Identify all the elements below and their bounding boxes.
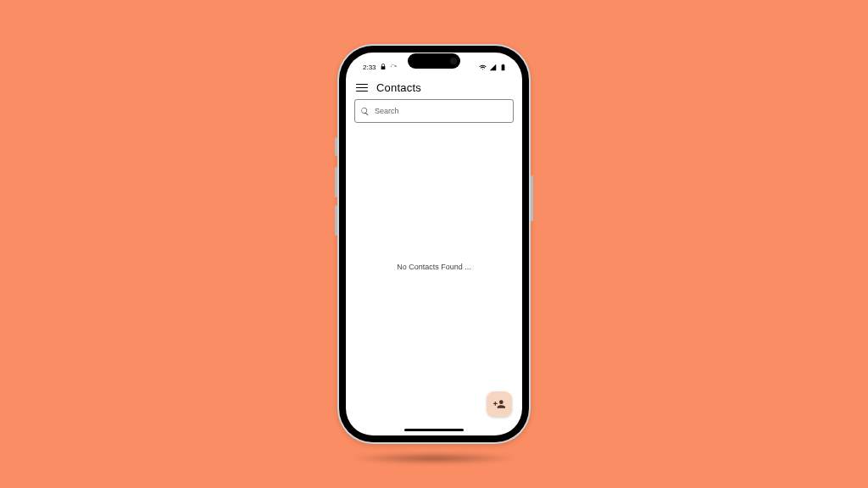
empty-state-text: No Contacts Found ...: [397, 263, 471, 271]
person-add-icon: [493, 398, 505, 410]
lock-icon: [380, 64, 387, 70]
app-screen: 2:33 Contacts: [346, 53, 522, 435]
phone-notch: [408, 53, 460, 69]
phone-volume-up: [335, 167, 337, 197]
search-container: [346, 99, 522, 123]
battery-icon: [499, 64, 507, 71]
status-right: [479, 64, 510, 71]
wifi-icon: [479, 64, 487, 71]
phone-side-button: [335, 137, 337, 156]
refresh-icon: [390, 64, 397, 70]
status-time: 2:33: [363, 64, 376, 71]
phone-frame: 2:33 Contacts: [337, 44, 531, 444]
home-indicator[interactable]: [404, 429, 464, 431]
phone-volume-down: [335, 205, 337, 236]
page-title: Contacts: [376, 81, 421, 94]
search-box[interactable]: [354, 99, 514, 123]
signal-icon: [489, 64, 497, 71]
status-left: 2:33: [358, 64, 397, 71]
menu-button[interactable]: [356, 82, 368, 94]
phone-bezel: 2:33 Contacts: [339, 46, 529, 442]
search-icon: [360, 107, 370, 116]
add-contact-button[interactable]: [487, 391, 512, 417]
content-area: No Contacts Found ...: [346, 123, 522, 435]
app-bar: Contacts: [346, 80, 522, 99]
phone-power-button: [531, 175, 533, 221]
search-input[interactable]: [375, 107, 508, 115]
phone-shadow: [349, 452, 519, 464]
